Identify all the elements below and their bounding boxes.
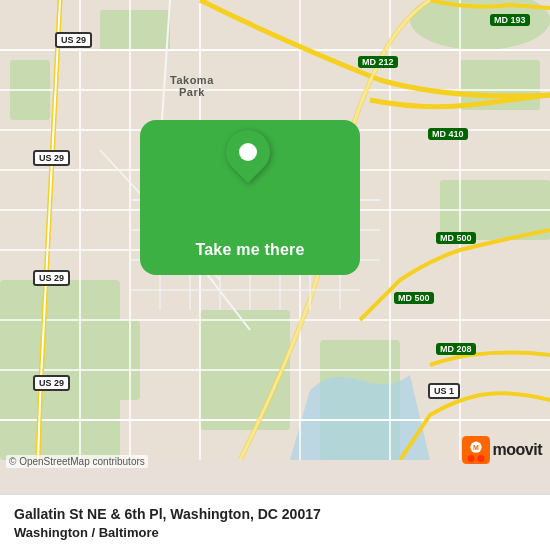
svg-text:M: M xyxy=(473,444,479,451)
take-me-there-button[interactable]: Take me there xyxy=(155,232,345,268)
moovit-logo: M moovit xyxy=(462,436,542,464)
svg-point-42 xyxy=(477,455,484,462)
badge-us29-low2: US 29 xyxy=(33,375,70,391)
badge-us29-top: US 29 xyxy=(55,32,92,48)
neighborhood-label: Takoma Park xyxy=(170,62,214,98)
badge-md212: MD 212 xyxy=(358,56,398,68)
svg-rect-9 xyxy=(100,10,170,50)
badge-md193: MD 193 xyxy=(490,14,530,26)
badge-us1: US 1 xyxy=(428,383,460,399)
address-line: Gallatin St NE & 6th Pl, Washington, DC … xyxy=(14,505,536,525)
svg-rect-3 xyxy=(80,320,140,400)
location-pin xyxy=(226,130,270,174)
badge-md500-2: MD 500 xyxy=(394,292,434,304)
attribution-text: © OpenStreetMap contributors xyxy=(9,456,145,467)
badge-us29-mid: US 29 xyxy=(33,150,70,166)
map-container: Takoma Park US 29 US 29 US 29 US 29 MD 2… xyxy=(0,0,550,550)
city-line: Washington / Baltimore xyxy=(14,525,536,540)
moovit-icon: M xyxy=(462,436,490,464)
moovit-text: moovit xyxy=(493,441,542,459)
badge-us29-low1: US 29 xyxy=(33,270,70,286)
badge-md410: MD 410 xyxy=(428,128,468,140)
map-attribution: © OpenStreetMap contributors xyxy=(6,455,148,468)
badge-md500-1: MD 500 xyxy=(436,232,476,244)
svg-point-41 xyxy=(467,455,474,462)
info-bar: Gallatin St NE & 6th Pl, Washington, DC … xyxy=(0,494,550,550)
badge-md208: MD 208 xyxy=(436,343,476,355)
